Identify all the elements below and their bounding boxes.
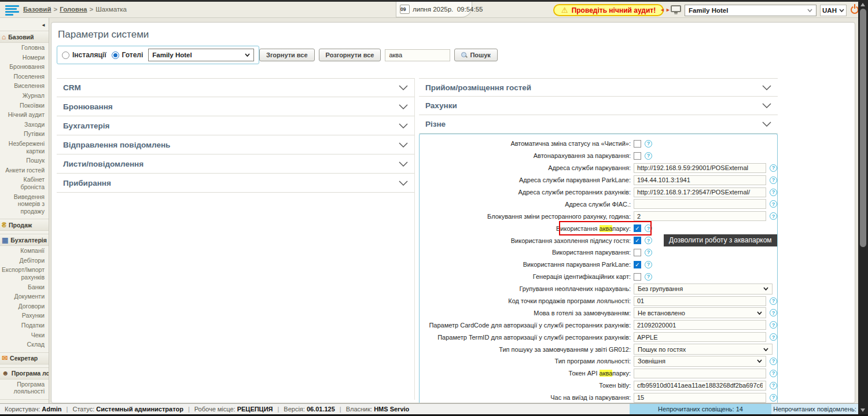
- help-icon[interactable]: ?: [770, 297, 777, 305]
- accordion-section[interactable]: Рахунки: [419, 97, 778, 115]
- help-icon[interactable]: ?: [770, 189, 777, 196]
- sidebar-item[interactable]: Чеки: [0, 330, 49, 340]
- sidebar-section-4[interactable]: ✉Секретар: [0, 352, 49, 365]
- accordion-section[interactable]: Бухгалтерія: [57, 116, 414, 135]
- breadcrumb-base[interactable]: Базовий: [23, 6, 51, 13]
- checkbox[interactable]: ✓: [634, 237, 641, 244]
- setting-input[interactable]: [634, 296, 766, 306]
- swap-arrows-icon[interactable]: ◄►: [660, 7, 671, 13]
- help-icon[interactable]: ?: [770, 212, 777, 220]
- help-icon[interactable]: ?: [770, 358, 777, 365]
- accordion-section[interactable]: Прибирання: [57, 174, 414, 193]
- search-button[interactable]: Пошук: [454, 49, 497, 61]
- checkbox[interactable]: [634, 273, 641, 281]
- sidebar-item[interactable]: Договори: [0, 301, 49, 311]
- setting-input[interactable]: [634, 199, 766, 209]
- sidebar-section-3[interactable]: ▦Бухгалтерія: [0, 234, 49, 246]
- sidebar-item[interactable]: Дебітори: [0, 256, 49, 266]
- help-icon[interactable]: ?: [770, 394, 777, 402]
- help-icon[interactable]: ?: [770, 333, 777, 341]
- setting-input[interactable]: [634, 393, 766, 403]
- unread-notifications-badge[interactable]: Непрочитаних сповіщень: 14: [630, 404, 771, 414]
- sidebar-item[interactable]: Програма лояльності: [0, 380, 49, 396]
- checkbox[interactable]: [634, 140, 641, 148]
- night-audit-warning[interactable]: ⚠ Проведіть нічний аудит!: [553, 4, 664, 16]
- menu-icon[interactable]: [5, 5, 19, 14]
- setting-input[interactable]: [634, 175, 766, 185]
- help-icon[interactable]: ?: [770, 382, 777, 389]
- sidebar-item[interactable]: Журнал: [0, 91, 49, 101]
- checkbox[interactable]: ✓: [634, 224, 641, 232]
- accordion-section[interactable]: Різне: [419, 115, 778, 134]
- hotel-select[interactable]: Family Hotel: [685, 5, 816, 16]
- sidebar-item[interactable]: Бронювання: [0, 62, 49, 72]
- sidebar-item[interactable]: Незбережені картки: [0, 139, 49, 156]
- help-icon[interactable]: ?: [770, 200, 777, 208]
- setting-select[interactable]: Зовнішня: [634, 356, 766, 367]
- accordion-section[interactable]: Бронювання: [57, 97, 414, 116]
- accordion-section[interactable]: Прийом/розміщення гостей: [419, 78, 778, 97]
- currency-select[interactable]: UAH: [820, 5, 847, 16]
- sidebar-item[interactable]: Головна: [0, 43, 49, 53]
- sidebar-section-1[interactable]: ⌂Базовий: [0, 31, 49, 43]
- sidebar-item[interactable]: Покоївки: [0, 101, 49, 111]
- date-tab[interactable]: 09 липня 2025р. 09:54:55: [396, 2, 472, 17]
- sidebar-item[interactable]: Документи: [0, 292, 49, 301]
- setting-input[interactable]: [634, 163, 766, 173]
- sidebar-item[interactable]: Виселення: [0, 81, 49, 91]
- accordion-section[interactable]: CRM: [57, 78, 414, 97]
- help-icon[interactable]: ?: [770, 176, 777, 184]
- accordion-section[interactable]: Відправлення повідомлень: [57, 135, 414, 154]
- sidebar-item[interactable]: Нічний аудит: [0, 110, 49, 120]
- setting-input[interactable]: [634, 369, 766, 378]
- vertical-scrollbar[interactable]: [858, 0, 868, 416]
- power-icon[interactable]: [851, 6, 859, 14]
- sidebar-item[interactable]: Експорт/Імпорт рахунків: [0, 265, 49, 282]
- setting-input[interactable]: [634, 187, 766, 197]
- radio-hotels[interactable]: [112, 51, 119, 59]
- radio-installations[interactable]: [62, 51, 69, 59]
- scroll-down-arrow[interactable]: [860, 408, 865, 412]
- help-icon[interactable]: ?: [645, 140, 652, 148]
- unread-messages-badge[interactable]: Непрочитаних повідомлень: 11: [771, 404, 858, 414]
- help-icon[interactable]: ?: [770, 321, 777, 329]
- search-input[interactable]: [385, 49, 450, 61]
- expand-all-button[interactable]: Розгорнути все: [319, 49, 381, 61]
- setting-input[interactable]: [634, 381, 766, 391]
- setting-input[interactable]: [634, 320, 766, 330]
- help-icon[interactable]: ?: [645, 273, 652, 281]
- sidebar-section-2[interactable]: ₴Продаж: [0, 219, 49, 231]
- help-icon[interactable]: ?: [645, 224, 652, 232]
- help-icon[interactable]: ?: [770, 164, 777, 172]
- sidebar-item[interactable]: Компанії: [0, 246, 49, 256]
- scrollbar-thumb[interactable]: [860, 9, 866, 247]
- setting-select[interactable]: Не встановлено: [634, 307, 766, 318]
- scroll-up-arrow[interactable]: [860, 3, 865, 6]
- sidebar-item[interactable]: Рахунки: [0, 311, 49, 321]
- checkbox[interactable]: [634, 249, 641, 256]
- breadcrumb-home[interactable]: Головна: [60, 6, 87, 13]
- setting-input[interactable]: [634, 211, 766, 221]
- help-icon[interactable]: ?: [645, 261, 652, 268]
- sidebar-item[interactable]: Путівки: [0, 129, 49, 139]
- setting-input[interactable]: [634, 332, 766, 342]
- sidebar-item[interactable]: Номери: [0, 53, 49, 62]
- help-icon[interactable]: ?: [770, 370, 777, 377]
- hotel-filter-select[interactable]: Family Hotel: [148, 49, 254, 61]
- sidebar-item[interactable]: Анкети гостей: [0, 165, 49, 175]
- sidebar-section-5[interactable]: ☻Програма ло: [0, 367, 49, 380]
- sidebar-item[interactable]: Виведення номерів з продажу: [0, 192, 49, 216]
- sidebar-item[interactable]: Пошук: [0, 156, 49, 165]
- setting-select[interactable]: Пошук по гостях: [634, 344, 773, 355]
- checkbox[interactable]: ✓: [634, 261, 641, 268]
- sidebar-item[interactable]: Поселення: [0, 72, 49, 82]
- collapse-all-button[interactable]: Згорнути все: [259, 49, 315, 61]
- accordion-section[interactable]: Листи/повідомлення: [57, 154, 414, 174]
- help-icon[interactable]: ?: [645, 237, 652, 244]
- help-icon[interactable]: ?: [645, 152, 652, 160]
- sidebar-item[interactable]: Склад: [0, 340, 49, 349]
- sidebar-section-6[interactable]: ▤Звіти: [0, 399, 49, 403]
- sidebar-item[interactable]: Податки: [0, 321, 49, 330]
- sidebar-item[interactable]: Заходи: [0, 120, 49, 130]
- sidebar-item[interactable]: Банки: [0, 282, 49, 292]
